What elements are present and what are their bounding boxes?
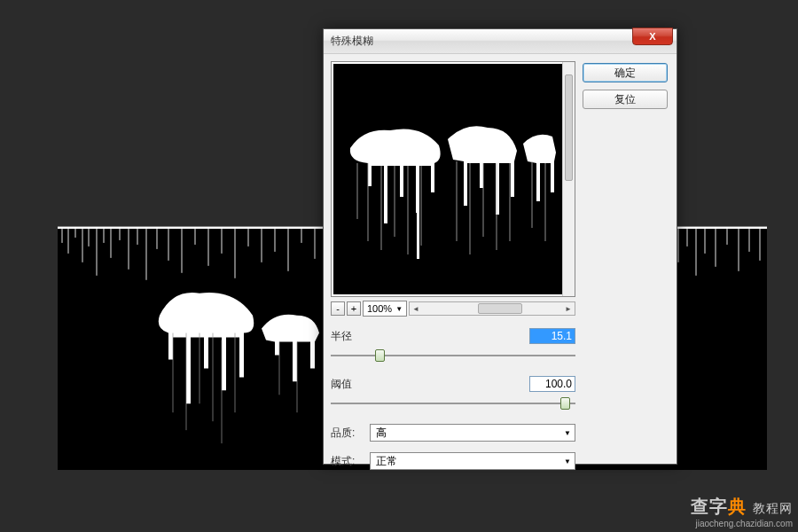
scrollbar-thumb[interactable] [565,74,573,181]
reset-button[interactable]: 复位 [583,90,668,109]
watermark-logo: 查字典 教程网 [691,495,793,519]
scroll-left-arrow[interactable]: ◄ [410,302,422,315]
dialog-titlebar[interactable]: 特殊模糊 X [324,29,677,54]
mode-row: 模式: 正常 ▼ [331,452,575,470]
mode-select[interactable]: 正常 ▼ [370,452,575,470]
preview-scrollbar-horizontal[interactable]: ◄ ► [409,301,575,316]
radius-slider-handle[interactable] [375,349,385,362]
zoom-out-button[interactable]: - [331,301,345,316]
quality-row: 品质: 高 ▼ [331,424,575,442]
preview-scrollbar-vertical[interactable] [562,62,575,296]
slider-track [331,355,575,356]
chevron-down-icon: ▼ [564,458,571,466]
ok-button[interactable]: 确定 [583,63,668,82]
left-panel: - + 100% ▼ ◄ ► 半径 [324,54,583,464]
radius-label: 半径 [331,329,370,344]
close-button[interactable]: X [632,27,673,45]
watermark-url: jiaocheng.chazidian.com [691,519,793,528]
preview-area[interactable] [331,61,575,297]
threshold-row: 阈值 [331,376,575,392]
radius-row: 半径 [331,328,575,344]
radius-slider[interactable] [331,348,575,364]
scrollbar-thumb[interactable] [478,303,522,314]
mode-value: 正常 [376,454,397,469]
zoom-level-select[interactable]: 100% ▼ [363,301,407,317]
quality-value: 高 [376,426,387,441]
zoom-in-button[interactable]: + [347,301,361,316]
scroll-track[interactable] [422,302,562,315]
svg-rect-45 [417,210,419,259]
chevron-down-icon: ▼ [564,429,571,437]
zoom-value: 100% [367,303,392,314]
radius-input[interactable] [529,328,575,344]
dialog-body: - + 100% ▼ ◄ ► 半径 [324,54,677,464]
threshold-input[interactable] [529,376,575,392]
zoom-controls: - + 100% ▼ ◄ ► [331,300,575,317]
smart-blur-dialog: 特殊模糊 X [323,28,677,465]
threshold-slider-handle[interactable] [560,397,570,410]
mode-label: 模式: [331,454,370,469]
quality-label: 品质: [331,426,370,441]
quality-select[interactable]: 高 ▼ [370,424,575,442]
right-panel: 确定 复位 [583,54,677,464]
dialog-title: 特殊模糊 [331,34,373,49]
preview-canvas [333,64,562,294]
threshold-label: 阈值 [331,377,370,392]
chevron-down-icon: ▼ [395,305,403,313]
scroll-right-arrow[interactable]: ► [562,302,575,315]
close-icon: X [649,31,655,42]
threshold-slider[interactable] [331,395,575,411]
slider-track [331,403,575,404]
watermark: 查字典 教程网 jiaocheng.chazidian.com [691,495,793,528]
